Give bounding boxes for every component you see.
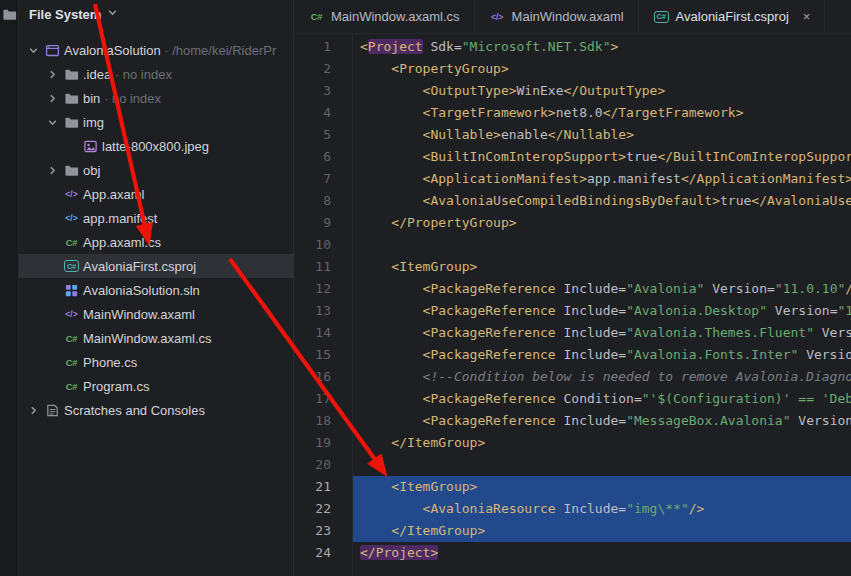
tree-item-label: latte-800x800.jpeg (102, 139, 209, 154)
code-line-6[interactable]: <BuiltInComInteropSupport>true</BuiltInC… (353, 146, 851, 168)
code-line-14[interactable]: <PackageReference Include="Avalonia.Them… (353, 322, 851, 344)
tree-item-.idea[interactable]: .idea · no index (19, 62, 293, 86)
code-line-12[interactable]: <PackageReference Include="Avalonia" Ver… (353, 278, 851, 300)
line-number[interactable]: 22 (294, 498, 352, 520)
chevron-right-icon[interactable] (44, 164, 61, 177)
panel-header-dropdown[interactable]: File System (19, 0, 293, 28)
line-number[interactable]: 5 (294, 124, 352, 146)
code-line-5[interactable]: <Nullable>enable</Nullable> (353, 124, 851, 146)
line-number[interactable]: 17 (294, 388, 352, 410)
tree-item-label: img (83, 115, 104, 130)
line-number[interactable]: 21 (294, 476, 352, 498)
editor-tab-MainWindow.axaml.cs[interactable]: C#MainWindow.axaml.cs (294, 0, 475, 33)
tree-item-label: bin (83, 91, 100, 106)
tree-item-label: AvaloniaSolution (64, 43, 161, 58)
code-line-21[interactable]: <ItemGroup> (353, 476, 851, 498)
line-number[interactable]: 24 (294, 542, 352, 564)
code-line-17[interactable]: <PackageReference Condition="'$(Configur… (353, 388, 851, 410)
code-line-4[interactable]: <TargetFramework>net8.0</TargetFramework… (353, 102, 851, 124)
line-number[interactable]: 15 (294, 344, 352, 366)
scratches-icon (42, 403, 63, 418)
code-line-11[interactable]: <ItemGroup> (353, 256, 851, 278)
editor-tab-bar: C#MainWindow.axaml.cs</>MainWindow.axaml… (294, 0, 851, 34)
code-line-19[interactable]: </ItemGroup> (353, 432, 851, 454)
tree-item-MainWindow.axaml[interactable]: </>MainWindow.axaml (19, 302, 293, 326)
tree-item-suffix: · /home/kei/RiderPr (161, 43, 277, 58)
tree-item-latte-800x800.jpeg[interactable]: latte-800x800.jpeg (19, 134, 293, 158)
chevron-down-icon (106, 6, 119, 22)
line-number[interactable]: 14 (294, 322, 352, 344)
tree-item-label: app.manifest (83, 211, 157, 226)
tree-item-AvaloniaFirst.csproj[interactable]: C#AvaloniaFirst.csproj (19, 254, 293, 278)
project-tool-icon[interactable] (2, 7, 17, 576)
line-number[interactable]: 16 (294, 366, 352, 388)
tree-item-Phone.cs[interactable]: C#Phone.cs (19, 350, 293, 374)
tree-item-AvaloniaSolution[interactable]: AvaloniaSolution · /home/kei/RiderPr (19, 38, 293, 62)
tree-item-label: Scratches and Consoles (64, 403, 205, 418)
code-line-23[interactable]: </ItemGroup> (353, 520, 851, 542)
code-line-9[interactable]: </PropertyGroup> (353, 212, 851, 234)
tree-item-obj[interactable]: obj (19, 158, 293, 182)
tool-window-strip[interactable] (0, 0, 19, 576)
code-line-24[interactable]: </Project> (353, 542, 851, 564)
code-line-10[interactable] (353, 234, 851, 256)
code-line-18[interactable]: <PackageReference Include="MessageBox.Av… (353, 410, 851, 432)
chevron-right-icon[interactable] (25, 404, 42, 417)
tree-item-app.manifest[interactable]: </>app.manifest (19, 206, 293, 230)
chevron-down-icon[interactable] (25, 44, 42, 57)
line-number[interactable]: 9 (294, 212, 352, 234)
line-number[interactable]: 6 (294, 146, 352, 168)
code-line-1[interactable]: <Project Sdk="Microsoft.NET.Sdk"> (353, 36, 851, 58)
code-line-13[interactable]: <PackageReference Include="Avalonia.Desk… (353, 300, 851, 322)
code-line-8[interactable]: <AvaloniaUseCompiledBindingsByDefault>tr… (353, 190, 851, 212)
tree-item-label: Program.cs (83, 379, 149, 394)
tree-item-App.axaml.cs[interactable]: C#App.axaml.cs (19, 230, 293, 254)
code-area[interactable]: <Project Sdk="Microsoft.NET.Sdk"> <Prope… (353, 34, 851, 576)
line-number[interactable]: 23 (294, 520, 352, 542)
tree-item-bin[interactable]: bin · no index (19, 86, 293, 110)
code-line-22[interactable]: <AvaloniaResource Include="img\**"/> (353, 498, 851, 520)
tab-label: MainWindow.axaml (512, 9, 624, 24)
code-line-16[interactable]: <!--Condition below is needed to remove … (353, 366, 851, 388)
tree-item-img[interactable]: img (19, 110, 293, 134)
code-line-2[interactable]: <PropertyGroup> (353, 58, 851, 80)
tree-item-Scratches and Consoles[interactable]: Scratches and Consoles (19, 398, 293, 422)
tree-item-suffix: · no index (111, 67, 172, 82)
line-number[interactable]: 4 (294, 102, 352, 124)
folder-icon (61, 163, 82, 178)
line-number[interactable]: 7 (294, 168, 352, 190)
line-number[interactable]: 1 (294, 36, 352, 58)
close-tab-icon[interactable]: × (803, 10, 811, 23)
line-number[interactable]: 11 (294, 256, 352, 278)
line-number[interactable]: 12 (294, 278, 352, 300)
tree-item-MainWindow.axaml.cs[interactable]: C#MainWindow.axaml.cs (19, 326, 293, 350)
chevron-down-icon[interactable] (44, 116, 61, 129)
line-number[interactable]: 18 (294, 410, 352, 432)
editor-gutter: 123456789101112131415161718192021222324 (294, 34, 353, 576)
editor-tab-MainWindow.axaml[interactable]: </>MainWindow.axaml (475, 0, 639, 33)
line-number[interactable]: 8 (294, 190, 352, 212)
line-number[interactable]: 10 (294, 234, 352, 256)
tree-item-Program.cs[interactable]: C#Program.cs (19, 374, 293, 398)
tree-item-label: AvaloniaSolution.sln (83, 283, 200, 298)
line-number[interactable]: 2 (294, 58, 352, 80)
code-line-20[interactable] (353, 454, 851, 476)
tree-item-App.axaml[interactable]: </>App.axaml (19, 182, 293, 206)
code-line-15[interactable]: <PackageReference Include="Avalonia.Font… (353, 344, 851, 366)
tree-item-AvaloniaSolution.sln[interactable]: AvaloniaSolution.sln (19, 278, 293, 302)
solution-icon (42, 43, 63, 58)
line-number[interactable]: 13 (294, 300, 352, 322)
line-number[interactable]: 20 (294, 454, 352, 476)
chevron-right-icon[interactable] (44, 68, 61, 81)
tab-label: MainWindow.axaml.cs (331, 9, 460, 24)
editor-tab-AvaloniaFirst.csproj[interactable]: C#AvaloniaFirst.csproj× (639, 0, 826, 33)
chevron-right-icon[interactable] (44, 92, 61, 105)
tab-label: AvaloniaFirst.csproj (676, 9, 789, 24)
line-number[interactable]: 3 (294, 80, 352, 102)
cs-icon: C# (308, 11, 325, 22)
code-line-3[interactable]: <OutputType>WinExe</OutputType> (353, 80, 851, 102)
line-number[interactable]: 19 (294, 432, 352, 454)
tree-item-label: App.axaml.cs (83, 235, 161, 250)
panel-title: File System (29, 7, 101, 22)
code-line-7[interactable]: <ApplicationManifest>app.manifest</Appli… (353, 168, 851, 190)
